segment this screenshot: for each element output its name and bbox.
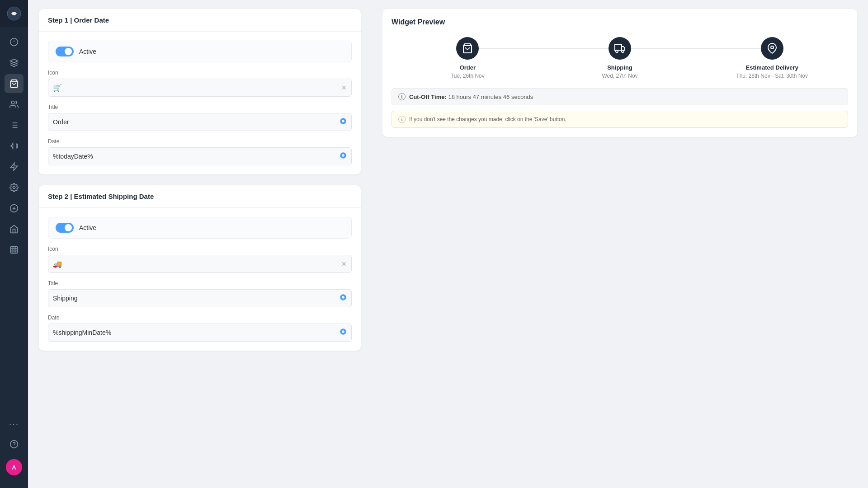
svg-point-29 (342, 330, 344, 333)
sidebar-item-dashboard[interactable] (5, 33, 24, 52)
step1-header: Step 1 | Order Date (39, 9, 361, 32)
step1-date-label: Date (48, 138, 352, 145)
step1-icon-clear[interactable]: ✕ (341, 84, 347, 91)
step1-body: Active Icon 🛒 ✕ Title (39, 32, 361, 174)
step1-title-label: Title (48, 104, 352, 110)
step1-icon-label: Icon (48, 70, 352, 76)
step1-title-field[interactable] (53, 118, 336, 126)
svg-marker-32 (622, 47, 625, 50)
step2-date-label: Date (48, 314, 352, 321)
svg-point-23 (342, 120, 344, 122)
sidebar-navigation: ··· A (5, 27, 24, 488)
step2-toggle[interactable] (56, 223, 74, 233)
step1-icon-input[interactable]: 🛒 ✕ (48, 79, 352, 97)
step2-icon-label: Icon (48, 246, 352, 252)
step2-title-label: Title (48, 280, 352, 286)
step2-icon-input[interactable]: 🚚 ✕ (48, 255, 352, 273)
svg-rect-15 (11, 247, 18, 253)
timeline-order-date: Tue, 26th Nov (451, 73, 485, 79)
sidebar: ··· A (0, 0, 28, 488)
step1-toggle-label: Active (79, 48, 96, 55)
step1-toggle-row: Active (48, 41, 352, 62)
sidebar-item-lightning[interactable] (5, 157, 24, 176)
sidebar-item-bag[interactable] (5, 74, 24, 93)
step2-date-group: Date (48, 314, 352, 342)
step2-header: Step 2 | Estimated Shipping Date (39, 185, 361, 208)
step2-date-field[interactable] (53, 329, 336, 336)
sidebar-item-help[interactable] (5, 435, 24, 454)
step2-date-flag-icon (340, 328, 347, 337)
sidebar-more-dots[interactable]: ··· (9, 415, 19, 433)
timeline-shipping-date: Wed, 27th Nov (602, 73, 637, 79)
svg-point-11 (13, 187, 15, 189)
sidebar-item-layers[interactable] (5, 53, 24, 72)
info-notice-text: If you don't see the changes you made, c… (409, 116, 566, 122)
cutoff-label: Cut-Off Time: 18 hours 47 minutes 46 sec… (409, 94, 533, 100)
step1-icon-field[interactable] (66, 84, 338, 91)
timeline-icon-shipping (609, 37, 631, 60)
step1-date-field[interactable] (53, 153, 336, 160)
sidebar-item-settings[interactable] (5, 178, 24, 197)
step2-title-flag-icon (340, 294, 347, 303)
timeline-item-shipping: Shipping Wed, 27th Nov (544, 37, 696, 79)
timeline-shipping-title: Shipping (607, 64, 632, 71)
timeline-delivery-date: Thu, 28th Nov - Sat, 30th Nov (736, 73, 808, 79)
step1-date-input[interactable] (48, 147, 352, 165)
timeline-order-title: Order (460, 64, 476, 71)
step2-toggle-label: Active (79, 224, 96, 231)
sidebar-item-users[interactable] (5, 95, 24, 114)
main-content: Step 1 | Order Date Active Icon 🛒 (28, 0, 868, 488)
svg-point-25 (342, 154, 344, 156)
info-notice-icon: ℹ (398, 116, 406, 123)
step1-icon-group: Icon 🛒 ✕ (48, 70, 352, 97)
sidebar-item-shop[interactable] (5, 220, 24, 239)
timeline-icon-order (456, 37, 479, 60)
sidebar-logo[interactable] (0, 0, 28, 27)
step1-card: Step 1 | Order Date Active Icon 🛒 (39, 9, 361, 174)
widget-preview-title: Widget Preview (392, 18, 848, 26)
step1-basket-icon: 🛒 (53, 84, 62, 92)
step2-title-field[interactable] (53, 295, 336, 302)
svg-point-27 (342, 296, 344, 298)
svg-rect-31 (615, 44, 622, 50)
timeline-item-order: Order Tue, 26th Nov (392, 37, 544, 79)
step2-title-group: Title (48, 280, 352, 307)
cutoff-bar: ℹ Cut-Off Time: 18 hours 47 minutes 46 s… (392, 88, 848, 105)
step2-icon-field[interactable] (66, 260, 338, 267)
timeline-icon-delivery (761, 37, 783, 60)
info-notice: ℹ If you don't see the changes you made,… (392, 111, 848, 128)
step1-title-flag-icon (340, 117, 347, 127)
right-panel: Widget Preview Order Tue, 26th Nov (372, 0, 868, 488)
timeline-item-delivery: Estimated Delivery Thu, 28th Nov - Sat, … (696, 37, 848, 79)
step1-title-group: Title (48, 104, 352, 131)
sidebar-item-add[interactable] (5, 199, 24, 218)
widget-timeline: Order Tue, 26th Nov Shipping Wed, 27th N… (392, 37, 848, 79)
step2-date-input[interactable] (48, 324, 352, 342)
svg-point-33 (616, 50, 618, 52)
left-panel: Step 1 | Order Date Active Icon 🛒 (28, 0, 372, 488)
svg-point-34 (622, 50, 624, 52)
timeline-delivery-title: Estimated Delivery (746, 64, 798, 71)
step1-toggle[interactable] (56, 47, 74, 56)
sidebar-item-megaphone[interactable] (5, 136, 24, 155)
cutoff-info-icon: ℹ (398, 93, 406, 100)
svg-marker-10 (11, 163, 18, 171)
svg-point-3 (11, 101, 14, 104)
step2-icon-clear[interactable]: ✕ (341, 260, 347, 267)
cutoff-value: 18 hours 47 minutes 46 seconds (448, 94, 533, 100)
sidebar-item-table[interactable] (5, 240, 24, 259)
widget-preview-card: Widget Preview Order Tue, 26th Nov (382, 9, 857, 137)
sidebar-item-list[interactable] (5, 116, 24, 135)
step2-icon-group: Icon 🚚 ✕ (48, 246, 352, 273)
step2-card: Step 2 | Estimated Shipping Date Active … (39, 185, 361, 351)
step2-toggle-row: Active (48, 217, 352, 239)
sidebar-avatar[interactable]: A (6, 459, 22, 475)
step2-title-input[interactable] (48, 289, 352, 307)
step1-title-input[interactable] (48, 113, 352, 131)
step2-truck-icon: 🚚 (53, 260, 62, 268)
step1-date-group: Date (48, 138, 352, 165)
step2-body: Active Icon 🚚 ✕ Title (39, 208, 361, 351)
step1-date-flag-icon (340, 152, 347, 161)
svg-point-35 (771, 46, 774, 49)
